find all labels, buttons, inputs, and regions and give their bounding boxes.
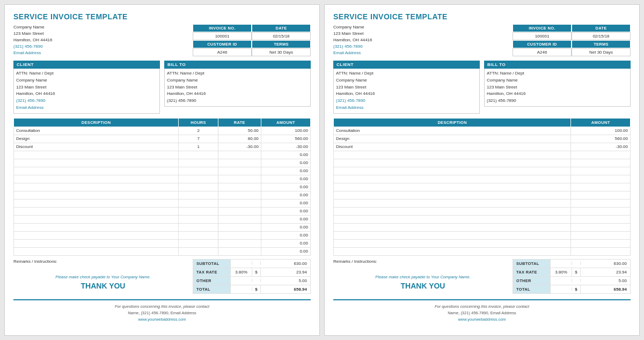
table-row: 0.00 (14, 191, 311, 199)
table-row (334, 207, 631, 215)
table-row: 0.00 (14, 247, 311, 255)
totals-2: SUBTOTAL 630.00 TAX RATE 3.80% $ 23.94 O… (513, 259, 631, 294)
table-row: 0.00 (14, 223, 311, 231)
table-row: 0.00 (14, 175, 311, 183)
table-row: 0.00 (14, 167, 311, 175)
invoice-1: SERVICE INVOICE TEMPLATE Company Name 12… (4, 4, 320, 336)
footer-1: For questions concerning this invoice, p… (13, 299, 311, 323)
table-row: 0.00 (14, 151, 311, 159)
table-row (334, 191, 631, 199)
invoice-meta-1: INVOICE NO. DATE 100001 02/15/18 CUSTOME… (193, 24, 311, 56)
table-row (334, 223, 631, 231)
table-row (334, 199, 631, 207)
invoice-2: SERVICE INVOICE TEMPLATE Company Name 12… (324, 4, 640, 336)
invoice-meta-2: INVOICE NO. DATE 100001 02/15/18 CUSTOME… (513, 24, 631, 56)
table-row: Design 560.00 (334, 135, 631, 143)
table-row (334, 215, 631, 223)
bill-to-block-1: BILL TO ATTN: Name / Dept Company Name 1… (164, 61, 311, 114)
table-row: Consultation 2 50.00 100.00 (14, 127, 311, 135)
table-row: 0.00 (14, 199, 311, 207)
table-row: 0.00 (14, 207, 311, 215)
bill-to-block-2: BILL TO ATTN: Name / Dept Company Name 1… (484, 61, 631, 114)
table-row: Consultation 100.00 (334, 127, 631, 135)
invoice-title-2: SERVICE INVOICE TEMPLATE (333, 12, 631, 21)
table-row (334, 175, 631, 183)
table-row: 0.00 (14, 183, 311, 191)
footer-2: For questions concerning this invoice, p… (333, 299, 631, 323)
table-row (334, 247, 631, 255)
table-row (334, 183, 631, 191)
remarks-2: Remarks / Instructions: Please make chec… (333, 259, 513, 294)
table-row: 0.00 (14, 231, 311, 239)
items-table-1: DESCRIPTION HOURS RATE AMOUNT Consultati… (13, 118, 311, 256)
company-info-1: Company Name 123 Main Street Hamilton, O… (13, 24, 52, 56)
table-row (334, 151, 631, 159)
table-row: 0.00 (14, 159, 311, 167)
totals-1: SUBTOTAL 630.00 TAX RATE 3.80% $ 23.94 O… (193, 259, 311, 294)
client-block-2: CLIENT ATTN: Name / Dept Company Name 12… (333, 61, 480, 114)
table-row: 0.00 (14, 239, 311, 247)
table-row (334, 167, 631, 175)
table-row: Discount 1 -30.00 -30.00 (14, 143, 311, 151)
items-table-2: DESCRIPTION AMOUNT Consultation 100.00 D… (333, 118, 631, 256)
invoice-title-1: SERVICE INVOICE TEMPLATE (13, 12, 311, 21)
table-row: 0.00 (14, 215, 311, 223)
company-info-2: Company Name 123 Main Street Hamilton, O… (333, 24, 372, 56)
table-row (334, 231, 631, 239)
table-row (334, 159, 631, 167)
remarks-1: Remarks / Instructions: Please make chec… (13, 259, 193, 294)
table-row: Design 7 80.00 560.00 (14, 135, 311, 143)
table-row (334, 239, 631, 247)
client-block-1: CLIENT ATTN: Name / Dept Company Name 12… (13, 61, 160, 114)
table-row: Discount -30.00 (334, 143, 631, 151)
